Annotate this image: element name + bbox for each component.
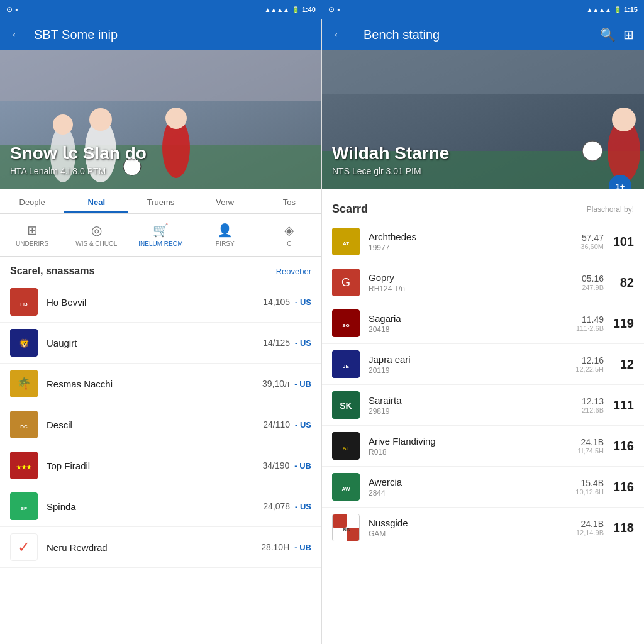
underirs-icon: ⊞ bbox=[27, 223, 38, 238]
svg-text:JE: JE bbox=[343, 364, 349, 369]
right-item-stats-8: 24.1B 12,14.9B bbox=[576, 519, 604, 536]
right-item-name-7: Awercia bbox=[369, 477, 575, 487]
list-item[interactable]: DC Descil 24/110 - US bbox=[0, 404, 321, 445]
left-status-icon-sim: ⊙ bbox=[6, 5, 13, 14]
logo-r-svg-2: G bbox=[332, 269, 360, 296]
c-icon: ◈ bbox=[284, 223, 294, 238]
item-badge-4: - US bbox=[295, 420, 311, 430]
team-logo-descil: DC bbox=[10, 411, 38, 438]
logo-svg-5: ★★★ bbox=[10, 452, 38, 479]
right-status-icon-square: ▪ bbox=[337, 5, 340, 14]
right-item-score-4: 12.16 bbox=[575, 355, 604, 365]
svg-text:🌴: 🌴 bbox=[17, 377, 31, 391]
right-item-score-7: 15.4B bbox=[575, 478, 604, 488]
right-logo-sagaria: SG bbox=[332, 309, 360, 337]
left-time: 1:40 bbox=[302, 6, 316, 13]
left-list-title: Scarel, snassams bbox=[10, 265, 94, 277]
tab-neal[interactable]: Neal bbox=[64, 189, 128, 213]
item-score-4: 24/110 bbox=[263, 419, 290, 430]
item-score-1: 14,105 bbox=[263, 297, 290, 307]
logo-r-svg-3: SG bbox=[332, 309, 360, 337]
right-item-stats-7: 15.4B 10,12.6H bbox=[575, 478, 604, 496]
right-list-item[interactable]: AW Awercia 2844 15.4B 10,12.6H 116 bbox=[322, 467, 644, 508]
right-hero-text: Wildah Starne NTS Lece glr 3.01 PIM bbox=[332, 143, 449, 176]
right-item-sub-5: 29819 bbox=[369, 407, 582, 416]
inelum-label: INELUM REOM bbox=[138, 240, 183, 247]
list-item[interactable]: ★★★ Top Firadil 34/190 - UB bbox=[0, 445, 321, 486]
right-list-item[interactable]: JE Japra eari 20119 12.16 12,22.5H 12 bbox=[322, 344, 644, 385]
svg-text:AF: AF bbox=[343, 445, 350, 451]
right-item-info-8: Nussgide GAM bbox=[369, 518, 576, 538]
pirsy-icon: 👤 bbox=[217, 223, 233, 238]
right-list-item[interactable]: AF Arive Flandiving R018 24.1B 1I;74.5H … bbox=[322, 426, 644, 467]
tab-deople[interactable]: Deople bbox=[0, 189, 64, 213]
right-item-rank-3: 119 bbox=[611, 316, 634, 331]
subtab-pirsy[interactable]: 👤 PIRSY bbox=[193, 219, 257, 251]
right-item-rank-6: 116 bbox=[611, 439, 634, 453]
list-item[interactable]: SP Spinda 24,078 - US bbox=[0, 486, 321, 527]
item-score-7: 28.10H bbox=[261, 542, 289, 552]
subtab-wis[interactable]: ◎ WIS & CHUOL bbox=[64, 219, 128, 251]
logo-svg-6: SP bbox=[10, 492, 38, 520]
svg-rect-23 bbox=[322, 50, 644, 94]
right-list-title: Scarrd bbox=[332, 203, 368, 216]
right-battery-icon: 🔋 bbox=[614, 6, 621, 13]
svg-text:★★★: ★★★ bbox=[16, 464, 32, 470]
right-status-bar: ⊙ ▪ ▲▲▲▲ 🔋 1:15 bbox=[322, 0, 644, 19]
team-logo-uaugirt: 🦁 bbox=[10, 329, 38, 357]
right-item-subscore-6: 1I;74.5H bbox=[577, 447, 604, 455]
right-item-info-7: Awercia 2844 bbox=[369, 477, 575, 497]
list-item[interactable]: HB Ho Bevvil 14,105 - US bbox=[0, 282, 321, 323]
list-item[interactable]: 🦁 Uaugirt 14/125 - US bbox=[0, 323, 321, 364]
right-list-item[interactable]: SG Sagaria 20418 11.49 111·2.6B 119 bbox=[322, 303, 644, 344]
left-list-action[interactable]: Reoveber bbox=[276, 267, 311, 276]
right-item-name-3: Sagaria bbox=[369, 313, 576, 324]
right-item-sub-4: 20119 bbox=[369, 366, 575, 375]
subtab-underirs[interactable]: ⊞ UNDERIRS bbox=[0, 219, 64, 251]
right-logo-arive: AF bbox=[332, 432, 360, 460]
right-list-item[interactable]: AT Archthedes 19977 57.47 36,60M 101 bbox=[322, 221, 644, 262]
c-label: C bbox=[287, 240, 291, 247]
logo-r-svg-5: SK bbox=[332, 391, 360, 419]
right-list-item[interactable]: G Gopry RH124 T/n 05.16 247.9B 82 bbox=[322, 262, 644, 303]
svg-point-28 bbox=[612, 108, 636, 131]
tab-truems[interactable]: Truems bbox=[128, 189, 192, 213]
logo-svg-2: 🦁 bbox=[10, 329, 38, 357]
tab-verw[interactable]: Verw bbox=[193, 189, 257, 213]
svg-rect-45 bbox=[333, 514, 347, 528]
right-back-button[interactable]: ← bbox=[332, 26, 346, 43]
subtab-inelum[interactable]: 🛒 INELUM REOM bbox=[128, 219, 192, 251]
right-item-subscore-3: 111·2.6B bbox=[576, 325, 604, 332]
tab-tos[interactable]: Tos bbox=[257, 189, 321, 213]
right-logo-sarairta: SK bbox=[332, 391, 360, 419]
right-item-sub-8: GAM bbox=[369, 530, 576, 538]
right-search-icon[interactable]: 🔍 bbox=[600, 27, 616, 42]
right-list-action[interactable]: Plaschoral by! bbox=[587, 205, 634, 214]
team-logo-neru: ✓ bbox=[10, 533, 38, 561]
item-name-4: Descil bbox=[47, 419, 263, 430]
right-list-item[interactable]: SK Sarairta 29819 12.13 212:6B 111 bbox=[322, 385, 644, 426]
nike-icon: ✓ bbox=[18, 538, 30, 556]
svg-text:HB: HB bbox=[20, 301, 28, 307]
svg-point-29 bbox=[582, 141, 602, 161]
logo-r-svg-8: NG bbox=[333, 514, 359, 541]
right-signal-icon: ▲▲▲▲ bbox=[586, 6, 611, 13]
right-list-item[interactable]: NG Nussgide GAM 24.1B 12,14.9B 118 bbox=[322, 508, 644, 548]
svg-text:SK: SK bbox=[340, 401, 352, 411]
item-name-2: Uaugirt bbox=[47, 338, 263, 348]
left-back-button[interactable]: ← bbox=[10, 26, 24, 43]
svg-text:SG: SG bbox=[342, 323, 350, 328]
right-table-icon[interactable]: ⊞ bbox=[623, 27, 634, 42]
right-item-stats-4: 12.16 12,22.5H bbox=[575, 355, 604, 373]
svg-point-6 bbox=[165, 108, 187, 129]
right-item-name-2: Gopry bbox=[369, 272, 582, 283]
right-item-info-5: Sarairta 29819 bbox=[369, 395, 582, 416]
subtab-c[interactable]: ◈ C bbox=[257, 219, 321, 251]
left-battery-icon: 🔋 bbox=[292, 6, 299, 13]
wis-label: WIS & CHUOL bbox=[75, 240, 117, 247]
list-item[interactable]: ✓ Neru Rewdrad 28.10H - UB bbox=[0, 527, 321, 568]
logo-r-svg-4: JE bbox=[332, 350, 360, 378]
right-item-rank-5: 111 bbox=[611, 398, 634, 413]
list-item[interactable]: 🌴 Resmas Nacchi 39,10л - UB bbox=[0, 364, 321, 404]
svg-text:SP: SP bbox=[21, 506, 28, 511]
